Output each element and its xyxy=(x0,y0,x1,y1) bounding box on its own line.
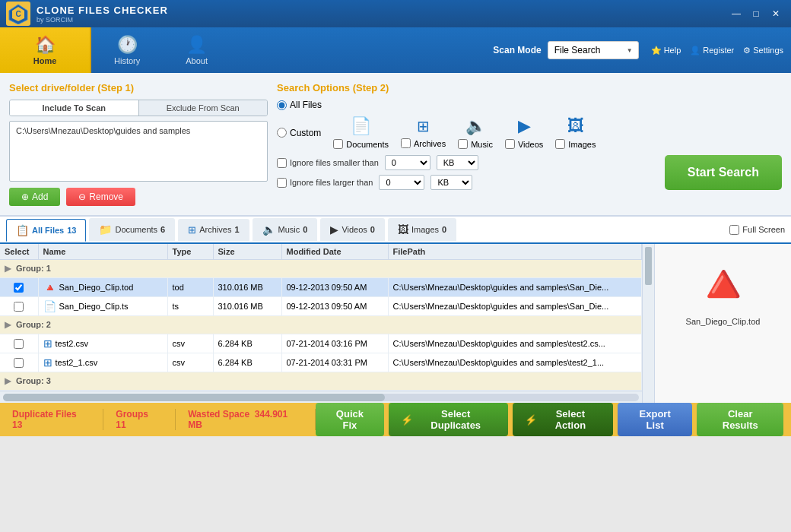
group-row-1: ▶ Group: 1 xyxy=(0,260,642,278)
start-search-button[interactable]: Start Search xyxy=(665,155,782,190)
type-cell: tod xyxy=(167,278,213,297)
videos-icon: ▶ xyxy=(518,116,531,136)
documents-icon: 📄 xyxy=(351,116,371,136)
step1-tabs: Include To Scan Exclude From Scan xyxy=(9,100,268,116)
table-row[interactable]: ⊞ test2_1.csv csv 6.284 KB 07-21-2014 03… xyxy=(0,353,642,372)
filter-larger-unit[interactable]: KBMBGB xyxy=(430,175,472,190)
register-user-icon: 👤 xyxy=(690,46,700,55)
close-button[interactable]: ✕ xyxy=(767,6,785,21)
duplicate-files-count: Duplicate Files 13 xyxy=(8,409,103,430)
size-cell: 310.016 MB xyxy=(213,278,281,297)
tab-videos[interactable]: ▶ Videos 0 xyxy=(320,218,385,241)
select-cell xyxy=(0,353,38,372)
filter-smaller-label[interactable]: Ignore files smaller than xyxy=(277,158,379,168)
scan-mode-wrapper: File Search Folder Search Music Search xyxy=(548,41,639,59)
nav-bar: 🏠 Home 🕐 History 👤 About Scan Mode File … xyxy=(0,27,791,73)
settings-link[interactable]: ⚙ Settings xyxy=(743,46,783,55)
wasted-space: Wasted Space 344.901 MB xyxy=(176,409,316,430)
step-panels: Select drive/folder (Step 1) Include To … xyxy=(0,73,791,217)
tab-archives[interactable]: ⊞ Archives 1 xyxy=(178,219,249,241)
tab-documents[interactable]: 📁 Documents 6 xyxy=(89,218,175,241)
add-button[interactable]: ⊕ Add xyxy=(9,188,60,206)
minimize-button[interactable]: — xyxy=(727,6,745,21)
music-checkbox-label[interactable]: Music xyxy=(458,139,493,149)
tab-all-files[interactable]: 📋 All Files 13 xyxy=(6,219,86,242)
images-checkbox-label[interactable]: Images xyxy=(555,139,596,149)
scan-mode-select[interactable]: File Search Folder Search Music Search xyxy=(548,41,639,59)
images-tab-icon: 🖼 xyxy=(398,223,408,236)
table-row[interactable]: 🔺 San_Diego_Clip.tod tod 310.016 MB 09-1… xyxy=(0,278,642,297)
horizontal-scrollbar[interactable] xyxy=(0,391,642,403)
filter-smaller-checkbox[interactable] xyxy=(277,158,287,168)
select-duplicates-button[interactable]: ⚡ Select Duplicates xyxy=(389,403,508,436)
preview-filename: San_Diego_Clip.tod xyxy=(686,317,761,326)
filter-larger-value[interactable]: 0110100 xyxy=(379,175,424,190)
music-checkbox[interactable] xyxy=(458,139,468,149)
app-subtitle: by SORCIM xyxy=(37,16,168,24)
top-links: ⭐ Help 👤 Register ⚙ Settings xyxy=(651,27,783,73)
modified-cell: 09-12-2013 09:50 AM xyxy=(281,278,388,297)
clear-results-button[interactable]: Clear Results xyxy=(697,403,783,436)
custom-radio[interactable] xyxy=(277,128,287,138)
archives-checkbox[interactable] xyxy=(401,138,411,148)
filter-larger-checkbox[interactable] xyxy=(277,178,287,188)
filter-smaller-unit[interactable]: KBMBGB xyxy=(437,155,478,170)
include-to-scan-tab[interactable]: Include To Scan xyxy=(10,100,139,116)
music-tab-icon: 🔈 xyxy=(262,223,275,236)
row-checkbox[interactable] xyxy=(14,302,24,312)
nav-home-button[interactable]: 🏠 Home xyxy=(0,27,91,73)
videos-checkbox[interactable] xyxy=(505,139,515,149)
results-table-area[interactable]: Select Name Type Size Modified Date File… xyxy=(0,244,642,403)
table-header-row: Select Name Type Size Modified Date File… xyxy=(0,244,642,260)
exclude-from-scan-tab[interactable]: Exclude From Scan xyxy=(139,100,268,116)
tab-music[interactable]: 🔈 Music 0 xyxy=(253,218,318,241)
type-cell: csv xyxy=(167,353,213,372)
register-link[interactable]: 👤 Register xyxy=(690,46,734,55)
filepath-cell: C:\Users\Mnezau\Desktop\guides and sampl… xyxy=(388,278,642,297)
music-type-item: 🔈 Music xyxy=(458,116,493,149)
nav-about-button[interactable]: 👤 About xyxy=(163,27,230,73)
col-header-modified: Modified Date xyxy=(281,244,388,260)
hscroll-track xyxy=(3,394,639,401)
help-link[interactable]: ⭐ Help xyxy=(651,46,681,55)
documents-checkbox-label[interactable]: Documents xyxy=(333,139,389,149)
results-area: Select Name Type Size Modified Date File… xyxy=(0,244,791,403)
scan-mode-label: Scan Mode xyxy=(493,45,541,55)
documents-checkbox[interactable] xyxy=(333,139,343,149)
hscroll-thumb[interactable] xyxy=(3,394,385,401)
filter-larger-label[interactable]: Ignore files larger than xyxy=(277,178,373,188)
fullscreen-checkbox[interactable] xyxy=(729,225,739,235)
remove-button[interactable]: ⊖ Remove xyxy=(66,188,135,206)
all-files-radio[interactable] xyxy=(277,100,287,110)
vertical-scrollbar[interactable] xyxy=(642,244,654,403)
add-remove-buttons: ⊕ Add ⊖ Remove xyxy=(9,188,268,206)
row-checkbox[interactable] xyxy=(14,358,24,368)
row-checkbox[interactable] xyxy=(14,339,24,349)
archives-checkbox-label[interactable]: Archives xyxy=(401,138,446,148)
images-icon: 🖼 xyxy=(567,116,584,136)
maximize-button[interactable]: □ xyxy=(747,6,765,21)
nav-history-button[interactable]: 🕐 History xyxy=(91,27,163,73)
row-checkbox[interactable] xyxy=(14,283,24,293)
ts-file-icon: 📄 xyxy=(43,300,56,312)
col-header-type: Type xyxy=(167,244,213,260)
export-list-button[interactable]: Export List xyxy=(618,403,693,436)
custom-radio-label[interactable]: Custom xyxy=(277,128,321,138)
step2-left: All Files Custom 📄 Documents xyxy=(277,100,656,190)
select-action-button[interactable]: ⚡ Select Action xyxy=(513,403,613,436)
modified-cell: 07-21-2014 03:16 PM xyxy=(281,334,388,353)
step2-inner: All Files Custom 📄 Documents xyxy=(277,100,782,190)
videos-checkbox-label[interactable]: Videos xyxy=(505,139,543,149)
table-row[interactable]: ⊞ test2.csv csv 6.284 KB 07-21-2014 03:1… xyxy=(0,334,642,353)
preview-panel: 🔺 San_Diego_Clip.tod xyxy=(654,244,791,403)
quick-fix-button[interactable]: Quick Fix xyxy=(316,403,383,436)
fullscreen-button[interactable]: Full Screen xyxy=(729,225,785,235)
images-checkbox[interactable] xyxy=(555,139,565,149)
settings-gear-icon: ⚙ xyxy=(743,46,751,55)
nav-history-label: History xyxy=(114,56,140,65)
table-row[interactable]: 📄 San_Diego_Clip.ts ts 310.016 MB 09-12-… xyxy=(0,297,642,316)
filter-smaller-value[interactable]: 0110100 xyxy=(385,155,430,170)
all-files-radio-label[interactable]: All Files xyxy=(277,100,656,110)
tab-images[interactable]: 🖼 Images 0 xyxy=(388,218,456,241)
folder-item: C:\Users\Mnezau\Desktop\guides and sampl… xyxy=(13,125,264,137)
